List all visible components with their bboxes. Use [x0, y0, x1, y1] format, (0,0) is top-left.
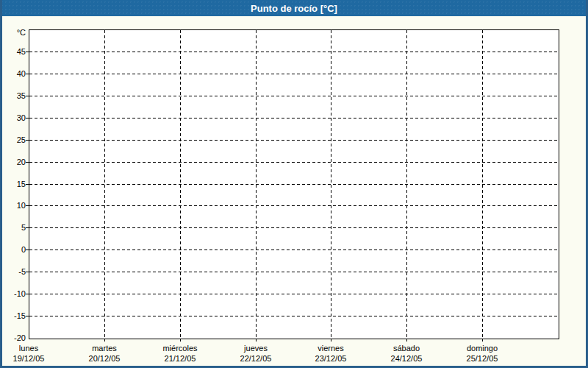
chart-title: Punto de rocío [°C]	[251, 3, 337, 14]
x-axis-tick	[406, 339, 407, 342]
x-day-label: viernes	[287, 343, 375, 353]
gridline-vertical	[482, 30, 483, 339]
x-axis-tick	[482, 339, 483, 342]
gridline-horizontal	[29, 294, 559, 294]
gridline-horizontal	[29, 272, 559, 272]
x-day-label: domingo	[438, 343, 526, 353]
y-tick-label: -10	[1, 289, 26, 299]
x-axis-tick	[104, 339, 105, 342]
y-axis-tick	[26, 316, 29, 316]
gridline-horizontal	[29, 96, 559, 96]
y-tick-label: 45	[1, 46, 26, 57]
y-tick-label: 15	[1, 179, 26, 189]
gridline-vertical	[406, 30, 407, 339]
gridline-horizontal	[29, 74, 559, 74]
y-axis-tick	[26, 52, 29, 52]
y-tick-label: 0	[1, 244, 26, 255]
gridline-horizontal	[29, 227, 559, 228]
x-day-label: martes	[60, 343, 148, 353]
gridline-horizontal	[29, 316, 559, 316]
gridline-horizontal	[29, 52, 559, 52]
chart-window: Punto de rocío [°C] °C454035302520151050…	[0, 0, 588, 368]
gridline-vertical	[180, 30, 181, 339]
y-axis-tick	[26, 205, 29, 206]
y-axis-tick	[26, 118, 29, 118]
y-tick-label: 10	[1, 200, 26, 210]
y-tick-label: 40	[1, 68, 26, 79]
gridline-horizontal	[29, 162, 559, 163]
gridline-horizontal	[29, 118, 559, 118]
x-axis-tick	[331, 339, 331, 342]
y-axis-tick	[26, 272, 29, 272]
y-tick-label: 5	[1, 222, 26, 233]
y-tick-label: 30	[1, 113, 26, 123]
x-day-label: sábado	[362, 343, 451, 353]
gridline-vertical	[331, 30, 331, 339]
y-axis-tick	[26, 140, 29, 141]
y-tick-label: -5	[1, 266, 26, 277]
x-axis-tick	[180, 339, 181, 342]
y-tick-label: 20	[1, 157, 26, 167]
y-tick-label: -20	[1, 333, 26, 343]
x-date-label: 20/12/05	[60, 353, 148, 364]
y-axis-tick	[26, 162, 29, 163]
y-axis-tick	[26, 250, 29, 250]
chart-title-bar: Punto de rocío [°C]	[0, 0, 588, 16]
x-day-label: miércoles	[136, 343, 224, 353]
y-tick-label: -15	[1, 311, 26, 321]
y-axis-tick	[26, 96, 29, 96]
x-date-label: 21/12/05	[136, 353, 224, 364]
y-tick-label: 25	[1, 135, 26, 145]
y-axis-tick	[26, 294, 29, 294]
gridline-horizontal	[29, 184, 559, 185]
x-axis-tick	[256, 339, 257, 342]
y-axis-tick	[26, 74, 29, 74]
x-date-label: 24/12/05	[362, 353, 451, 364]
gridline-vertical	[256, 30, 257, 339]
gridline-horizontal	[29, 205, 559, 206]
x-date-label: 25/12/05	[438, 353, 526, 364]
y-tick-label: 35	[1, 91, 26, 101]
gridline-horizontal	[29, 140, 559, 141]
gridline-vertical	[104, 30, 105, 339]
y-axis-unit-label: °C	[1, 27, 26, 38]
x-date-label: 23/12/05	[287, 353, 375, 364]
gridline-horizontal	[29, 250, 559, 250]
y-axis-tick	[26, 184, 29, 185]
y-axis-tick	[26, 227, 29, 228]
